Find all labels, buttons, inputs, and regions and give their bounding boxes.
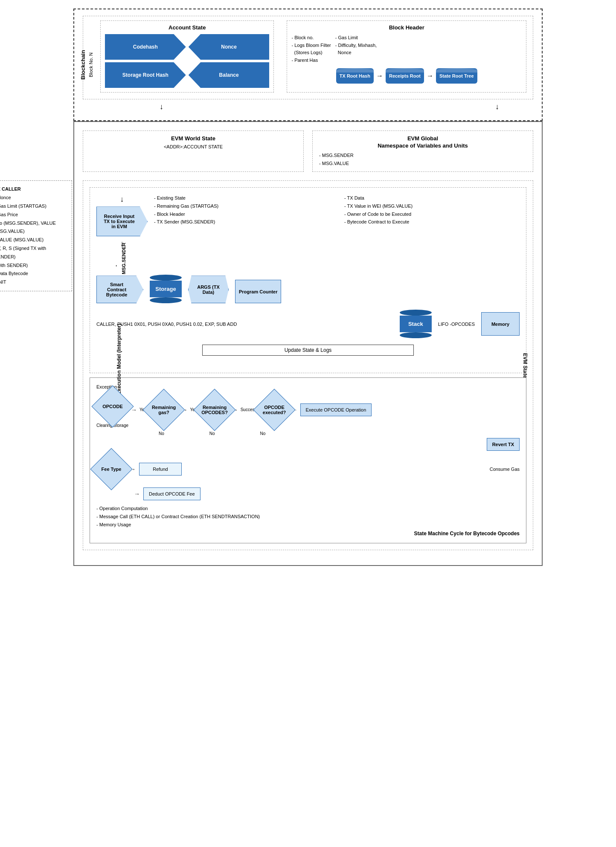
state-machine-label: State Machine Cycle for Bytecode Opcodes bbox=[96, 531, 520, 537]
remaining-gas-text: Remaining gas? bbox=[149, 405, 178, 415]
tx-caller-title: TX CALLER bbox=[0, 185, 67, 194]
opcode-executed-text: OPCODE executed? bbox=[260, 405, 289, 415]
arrow-down-tx: ↓ bbox=[120, 195, 124, 203]
opcodes-section: Exception OPCODE Clearing Storage → Yes bbox=[90, 377, 526, 543]
blockchain-section: Blockchain Block No. N Account State Cod… bbox=[73, 9, 543, 121]
nonce-ribbon: Nonce bbox=[189, 34, 270, 60]
msg-sender-label: - MSG.SENDER bbox=[112, 257, 128, 274]
balance-ribbon: Balance bbox=[189, 62, 270, 88]
block-header-bottom: TX Root Hash → Receipts Root → State Roo… bbox=[291, 68, 522, 84]
revert-tx-row: Revert TX bbox=[96, 438, 520, 451]
no-label-3: No bbox=[260, 431, 266, 436]
account-state-title: Account State bbox=[105, 24, 269, 31]
main-flow-row: OPCODE Clearing Storage → Yes Remaining … bbox=[96, 392, 520, 428]
block-no-label: Block No. N bbox=[88, 52, 93, 77]
program-counter-col: Program Counter bbox=[235, 280, 281, 303]
arrow-down-blockchain-left: ↓ bbox=[160, 103, 163, 110]
receive-tx-row: ↓ Receive Input TX to Execute in EVM ↓ -… bbox=[96, 194, 520, 249]
evm-top-row: EVM World State <ADDR>:ACCOUNT STATE EVM… bbox=[83, 131, 533, 172]
opcode-executed-diamond: OPCODE executed? bbox=[253, 389, 295, 431]
arrow-deduct: → bbox=[134, 490, 140, 497]
tx-caller-box: TX CALLER - Nonce - Gas Limit (STARTGAS)… bbox=[0, 180, 72, 291]
remaining-opcodes-diamond: Remaining OPCODES? bbox=[193, 389, 235, 431]
update-state-bar: Update State & Logs bbox=[202, 345, 414, 356]
storage-cylinder-body: Storage bbox=[150, 281, 182, 297]
no-label-1: No bbox=[159, 431, 164, 436]
stack-lifo-label: LIFO -OPCODES bbox=[438, 322, 475, 327]
args-shape: ARGS (TX Data) bbox=[188, 276, 229, 303]
evm-outer-section: EVM World State <ADDR>:ACCOUNT STATE EVM… bbox=[73, 121, 543, 566]
arrow-down-blockchain-right: ↓ bbox=[495, 103, 499, 110]
memory-box: Memory bbox=[481, 312, 520, 336]
execute-opcode-box: Execute OPCODE Operation bbox=[300, 403, 372, 416]
block-header-title: Block Header bbox=[291, 24, 522, 31]
codehash-ribbon: Codehash bbox=[105, 34, 186, 60]
program-counter-box: Program Counter bbox=[235, 280, 281, 303]
refund-box: Refund bbox=[139, 463, 182, 476]
evm-world-state: EVM World State <ADDR>:ACCOUNT STATE bbox=[83, 131, 304, 172]
exception-label: Exception bbox=[96, 384, 520, 389]
evm-state-inner: ↓ Receive Input TX to Execute in EVM ↓ -… bbox=[90, 187, 526, 373]
blockchain-inner: Block No. N Account State Codehash Nonce… bbox=[83, 16, 533, 99]
bottom-labels: - Operation Computation - Message Call (… bbox=[96, 505, 520, 528]
tx-info-right: - TX Data - TX Value in WEI (MSG.VALUE) … bbox=[344, 194, 520, 226]
smart-contract-box: Smart Contract Bytecode bbox=[96, 276, 143, 303]
evm-global-ns-items: - MSG.SENDER - MSG.VALUE bbox=[319, 151, 526, 167]
tx-info-left: - Existing State - Remaining Gas (STARTG… bbox=[154, 194, 329, 226]
opcode-diamond-text: OPCODE bbox=[98, 404, 127, 409]
storage-cylinder: Storage bbox=[150, 275, 182, 303]
args-col: ARGS (TX Data) bbox=[188, 276, 229, 303]
deduct-fee-box: Deduct OPCODE Fee bbox=[143, 487, 200, 500]
evm-global-ns-title: EVM Global bbox=[319, 135, 526, 142]
no-label-2: No bbox=[209, 431, 215, 436]
fee-row: Fee Type → Refund Consume Gas bbox=[96, 454, 520, 484]
storage-cylinder-bottom bbox=[150, 297, 182, 303]
evm-state-section: EVM State EVM Execution Model (Interpret… bbox=[83, 180, 533, 550]
stack-cylinder-bottom bbox=[400, 332, 432, 338]
stack-cylinder-top bbox=[400, 310, 432, 316]
block-header-left-text: - Block no. - Logs Bloom Filter (Stores … bbox=[291, 34, 331, 64]
block-header-content: - Block no. - Logs Bloom Filter (Stores … bbox=[291, 34, 522, 64]
arrow-right-icon2: → bbox=[427, 72, 433, 80]
arrow-right-icon: → bbox=[376, 72, 383, 80]
revert-tx-box: Revert TX bbox=[487, 438, 520, 451]
storage-root-hash-ribbon: Storage Root Hash bbox=[105, 62, 186, 88]
remaining-opcodes-text: Remaining OPCODES? bbox=[200, 405, 229, 415]
stack-group: Stack bbox=[400, 310, 432, 338]
evm-world-state-subtitle: <ADDR>:ACCOUNT STATE bbox=[90, 144, 297, 149]
remaining-gas-diamond: Remaining gas? bbox=[143, 389, 185, 431]
state-root-tree-cylinder: State Root Tree bbox=[436, 68, 477, 84]
storage-cylinder-top bbox=[150, 275, 182, 281]
evm-global-ns-subtitle: Namespace of Variables and Units bbox=[319, 142, 526, 149]
stack-row: CALLER, PUSH1 0X01, PUSH 0XA0, PUSH1 0.0… bbox=[96, 310, 520, 338]
smart-contract-col: - MSG.SENDER Smart Contract Bytecode bbox=[96, 257, 143, 303]
opcode-col: OPCODE Clearing Storage bbox=[96, 392, 128, 428]
update-state-row: Update State & Logs bbox=[96, 345, 520, 362]
fee-type-diamond: Fee Type bbox=[90, 448, 133, 490]
block-header-section: Block Header - Block no. - Logs Bloom Fi… bbox=[287, 20, 526, 93]
block-header-right-text: - Gas Limit - Difficulty, Mixhash, Nonce bbox=[335, 34, 377, 64]
stack-cylinder-body: Stack bbox=[400, 316, 432, 332]
tx-input-area: ↓ Receive Input TX to Execute in EVM ↓ bbox=[96, 194, 148, 249]
evm-global-ns: EVM Global Namespace of Variables and Un… bbox=[312, 131, 533, 172]
fee-type-text: Fee Type bbox=[97, 467, 126, 472]
receive-tx-box: Receive Input TX to Execute in EVM bbox=[96, 206, 148, 236]
evm-world-state-title: EVM World State bbox=[90, 135, 297, 142]
tx-root-hash-cylinder: TX Root Hash bbox=[336, 68, 374, 84]
no-labels-row: No No No bbox=[131, 431, 520, 436]
stack-text: CALLER, PUSH1 0X01, PUSH 0XA0, PUSH1 0.0… bbox=[96, 322, 393, 327]
evm-execution-wrapper: TX CALLER - Nonce - Gas Limit (STARTGAS)… bbox=[83, 180, 533, 550]
receipts-root-cylinder: Receipts Root bbox=[386, 68, 424, 84]
account-state-block: Account State Codehash Nonce Storage Roo… bbox=[100, 20, 274, 93]
consume-gas-label: Consume Gas bbox=[490, 467, 520, 472]
account-state-grid: Codehash Nonce Storage Root Hash Balance bbox=[105, 34, 269, 88]
opcode-diamond: OPCODE bbox=[91, 386, 134, 428]
blockchain-label: Blockchain bbox=[80, 50, 86, 79]
components-row: - MSG.SENDER Smart Contract Bytecode Sto… bbox=[96, 257, 520, 303]
deduct-row: → Deduct OPCODE Fee bbox=[96, 487, 520, 500]
